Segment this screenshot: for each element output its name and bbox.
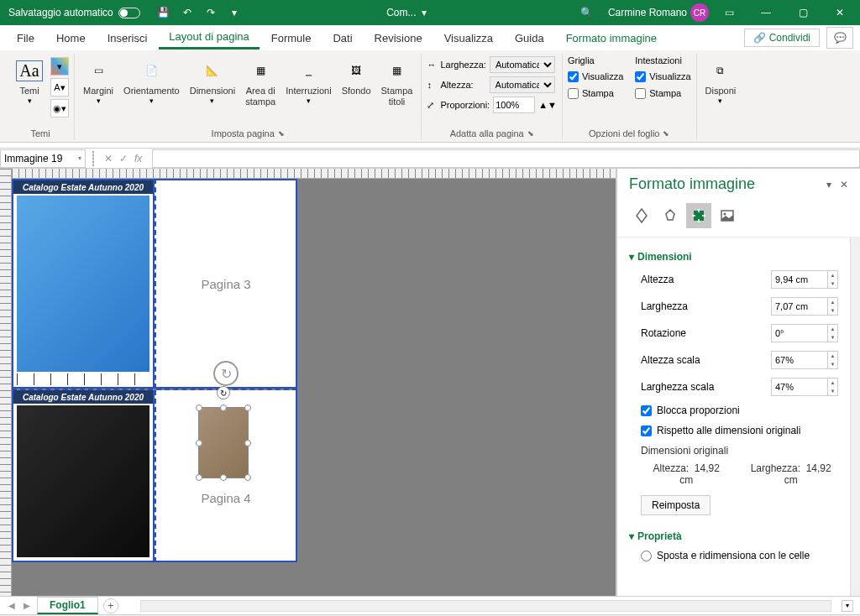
tab-file[interactable]: File: [7, 26, 45, 50]
dimensions-section-header[interactable]: ▾ Dimensioni: [629, 248, 838, 266]
page-4: Pagina 4 ↻ ↻: [155, 390, 297, 562]
worksheet-canvas[interactable]: Catalogo Estate Autunno 2020 Pagina 3 Ca…: [0, 169, 616, 596]
save-icon[interactable]: 💾: [154, 3, 174, 23]
width-input[interactable]: [771, 297, 828, 316]
sheet-nav-prev[interactable]: ◀: [7, 601, 17, 610]
tab-help[interactable]: Guida: [505, 26, 554, 50]
rotation-input[interactable]: [771, 324, 828, 342]
selected-image[interactable]: ↻: [198, 407, 249, 478]
tab-home[interactable]: Home: [46, 26, 96, 50]
group-scale-to-fit: ↔Larghezza:Automatica ↕Altezza:Automatic…: [422, 54, 562, 140]
tab-review[interactable]: Revisione: [364, 26, 433, 50]
scale-input[interactable]: [493, 97, 535, 113]
tab-page-layout[interactable]: Layout di pagina: [159, 26, 259, 50]
ribbon: Aa Temi ▾ ▾ A▾ ◉▾ Temi ▭Margini▾ 📄Orient…: [0, 50, 860, 143]
user-name[interactable]: Carmine Romano: [608, 7, 687, 18]
print-area-button[interactable]: ▦Area di stampa: [242, 54, 279, 111]
properties-section-header[interactable]: ▾ Proprietà: [629, 527, 838, 546]
breaks-button[interactable]: ⎯Interruzioni▾: [282, 54, 334, 108]
tab-formulas[interactable]: Formule: [261, 26, 322, 50]
tab-view[interactable]: Visualizza: [434, 26, 503, 50]
autosave-toggle[interactable]: [118, 8, 140, 18]
fill-line-icon[interactable]: [629, 203, 654, 228]
tab-data[interactable]: Dati: [322, 26, 362, 50]
svg-point-2: [724, 213, 726, 216]
headings-print-checkbox[interactable]: Stampa: [635, 86, 690, 101]
format-picture-pane: Formato immagine ▾ ✕ ▾ Dimensioni Altezz…: [616, 169, 860, 596]
resize-handle-w[interactable]: [196, 440, 202, 446]
group-page-setup-label: Imposta pagina: [212, 128, 275, 138]
rotation-handle[interactable]: ↻: [217, 386, 230, 399]
size-button[interactable]: 📐Dimensioni▾: [186, 54, 239, 108]
resize-handle-n[interactable]: [220, 405, 227, 411]
maximize-button[interactable]: ▢: [786, 0, 820, 25]
headings-view-checkbox[interactable]: Visualizza: [635, 69, 690, 84]
title-dropdown-icon[interactable]: ▾: [422, 7, 427, 18]
undo-icon[interactable]: ↶: [177, 3, 197, 23]
scale-launcher-icon[interactable]: ⬊: [527, 129, 534, 138]
theme-fonts-button[interactable]: A▾: [50, 78, 69, 97]
formula-input[interactable]: [152, 149, 860, 168]
scale-height-select[interactable]: Automatica: [490, 76, 555, 93]
search-icon[interactable]: 🔍: [569, 7, 605, 18]
new-sheet-button[interactable]: +: [103, 598, 118, 613]
share-button[interactable]: 🔗 Condividi: [744, 29, 820, 47]
scale-width-select[interactable]: Automatica: [490, 56, 555, 73]
pane-scrollbar[interactable]: [850, 238, 860, 596]
effects-icon[interactable]: [658, 203, 683, 228]
pane-opts-icon[interactable]: ▾: [842, 600, 853, 612]
relative-original-checkbox[interactable]: Rispetto alle dimensioni originali: [629, 420, 838, 441]
resize-handle-s[interactable]: [220, 474, 227, 481]
themes-button[interactable]: Aa Temi ▾: [12, 54, 47, 108]
fx-icon[interactable]: fx: [134, 153, 142, 164]
print-titles-button[interactable]: ▦Stampa titoli: [378, 54, 417, 111]
autosave-label: Salvataggio automatico: [8, 7, 113, 18]
gridlines-view-checkbox[interactable]: Visualizza: [568, 69, 623, 84]
pane-title: Formato immagine: [629, 175, 755, 193]
theme-effects-button[interactable]: ◉▾: [50, 99, 69, 117]
margins-button[interactable]: ▭Margini▾: [80, 54, 117, 108]
group-page-setup: ▭Margini▾ 📄Orientamento▾ 📐Dimensioni▾ ▦A…: [75, 54, 422, 140]
page-setup-launcher-icon[interactable]: ⬊: [278, 129, 285, 138]
size-properties-icon[interactable]: [686, 203, 711, 228]
resize-handle-sw[interactable]: [196, 474, 202, 481]
ribbon-display-icon[interactable]: ▭: [712, 0, 746, 25]
qat-more-icon[interactable]: ▾: [224, 3, 244, 23]
scale-height-input[interactable]: [771, 351, 828, 369]
height-input[interactable]: [771, 270, 828, 289]
close-button[interactable]: ✕: [823, 0, 857, 25]
resize-handle-e[interactable]: [244, 440, 251, 446]
user-avatar[interactable]: CR: [690, 3, 709, 22]
sheet-options-launcher-icon[interactable]: ⬊: [663, 129, 669, 138]
group-sheet-options-label: Opzioni del foglio: [589, 128, 659, 138]
resize-handle-nw[interactable]: [196, 405, 202, 411]
pane-options-icon[interactable]: ▾: [826, 179, 831, 191]
cancel-formula-icon[interactable]: ✕: [104, 153, 113, 164]
arrange-button[interactable]: ⧉Disponi▾: [702, 54, 740, 108]
resize-handle-ne[interactable]: [244, 405, 251, 411]
gridlines-print-checkbox[interactable]: Stampa: [568, 86, 623, 101]
resize-handle-se[interactable]: [244, 474, 251, 481]
orientation-button[interactable]: 📄Orientamento▾: [120, 54, 183, 108]
sheet-nav-next[interactable]: ▶: [22, 601, 32, 610]
enter-formula-icon[interactable]: ✓: [119, 153, 128, 164]
tab-insert[interactable]: Inserisci: [97, 26, 158, 50]
lock-aspect-checkbox[interactable]: Blocca proporzioni: [629, 400, 838, 420]
scale-width-input[interactable]: [771, 378, 828, 396]
pane-close-icon[interactable]: ✕: [840, 179, 848, 191]
minimize-button[interactable]: —: [749, 0, 783, 25]
name-box[interactable]: Immagine 19▾: [0, 149, 86, 168]
picture-icon[interactable]: [715, 203, 740, 228]
background-button[interactable]: 🖼Sfondo: [338, 54, 375, 100]
page-2: Catalogo Estate Autunno 2020: [12, 390, 155, 562]
reset-button[interactable]: Reimposta: [641, 495, 711, 515]
theme-colors-button[interactable]: ▾: [50, 57, 69, 76]
horizontal-scrollbar[interactable]: [140, 600, 831, 612]
move-size-radio[interactable]: Sposta e ridimensiona con le celle: [629, 546, 838, 566]
page-rotate-icon[interactable]: ↻: [213, 361, 239, 386]
redo-icon[interactable]: ↷: [201, 3, 221, 23]
title-bar: Salvataggio automatico 💾 ↶ ↷ ▾ Com... ▾ …: [0, 0, 860, 25]
comments-button[interactable]: 💬: [826, 27, 853, 49]
tab-picture-format[interactable]: Formato immagine: [556, 26, 667, 50]
sheet-tab-foglio1[interactable]: Foglio1: [37, 597, 98, 614]
